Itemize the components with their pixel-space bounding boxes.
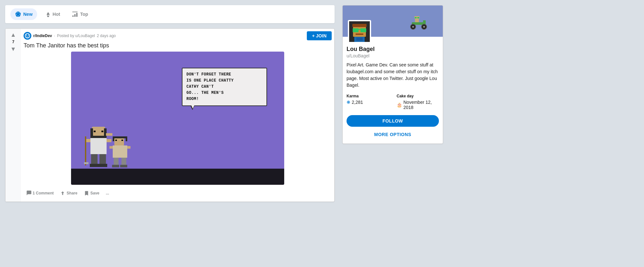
cakeday-value: 🎂 November 12, 2018 xyxy=(397,100,439,110)
sort-top-button[interactable]: Top xyxy=(67,8,93,20)
speech-bubble: DON'T FORGET THERE IS ONE PLACE CHATTY C… xyxy=(182,68,267,106)
svg-rect-51 xyxy=(352,24,367,27)
downvote-button[interactable]: ▼ xyxy=(10,45,17,53)
sort-bar: New Hot Top xyxy=(5,5,335,23)
page-layout: New Hot Top ▲ xyxy=(0,0,644,207)
svg-rect-23 xyxy=(85,136,86,165)
svg-rect-17 xyxy=(86,139,90,142)
profile-bio: Pixel Art. Game Dev. Can see some stuff … xyxy=(347,62,439,89)
svg-rect-55 xyxy=(356,34,363,35)
post-meta: r/IndieDev · Posted by u/LouBagel 2 days… xyxy=(24,31,332,40)
top-icon xyxy=(72,11,78,17)
svg-rect-32 xyxy=(113,145,127,158)
profile-banner xyxy=(343,5,443,37)
svg-rect-21 xyxy=(90,164,99,167)
follow-button[interactable]: FOLLOW xyxy=(347,115,439,127)
svg-rect-30 xyxy=(115,140,117,141)
share-icon xyxy=(60,191,65,196)
karma-stat: Karma ❋ 2,281 xyxy=(347,94,389,110)
post-time: 2 days ago xyxy=(97,34,116,38)
svg-rect-52 xyxy=(353,28,358,32)
vote-column: ▲ 7 ▼ xyxy=(5,29,21,202)
vote-count: 7 xyxy=(12,40,15,44)
sort-new-button[interactable]: New xyxy=(10,8,37,20)
svg-rect-14 xyxy=(94,131,96,132)
save-button[interactable]: Save xyxy=(81,189,102,198)
post-separator: · xyxy=(54,34,55,38)
new-icon xyxy=(15,11,21,17)
svg-rect-19 xyxy=(91,154,98,165)
svg-rect-37 xyxy=(112,165,119,167)
post-card: ▲ 7 ▼ xyxy=(5,28,335,202)
post-image: DON'T FORGET THERE IS ONE PLACE CHATTY C… xyxy=(71,52,284,185)
profile-card: Lou Bagel u/LouBagel Pixel Art. Game Dev… xyxy=(342,5,443,144)
svg-rect-33 xyxy=(109,146,113,149)
character-small xyxy=(109,136,130,169)
svg-rect-53 xyxy=(360,28,366,32)
svg-rect-34 xyxy=(127,146,130,149)
profile-username: u/LouBagel xyxy=(347,53,439,58)
svg-point-8 xyxy=(26,35,27,36)
svg-rect-31 xyxy=(121,140,123,141)
svg-rect-4 xyxy=(72,12,78,12)
sidebar: Lou Bagel u/LouBagel Pixel Art. Game Dev… xyxy=(342,5,443,202)
profile-avatar xyxy=(348,20,371,43)
subreddit-icon xyxy=(24,32,31,40)
more-button[interactable]: ... xyxy=(103,189,112,197)
karma-icon: ❋ xyxy=(347,100,350,105)
cakeday-label: Cake day xyxy=(397,94,439,98)
save-icon xyxy=(84,191,89,196)
svg-rect-29 xyxy=(113,136,127,138)
svg-rect-25 xyxy=(106,133,112,136)
svg-rect-2 xyxy=(74,14,76,17)
post-author: Posted by u/LouBagel xyxy=(57,34,95,38)
svg-rect-20 xyxy=(99,154,106,165)
hot-icon xyxy=(44,11,51,17)
speech-text: DON'T FORGET THERE IS ONE PLACE CHATTY C… xyxy=(186,72,234,102)
post-image-container: DON'T FORGET THERE IS ONE PLACE CHATTY C… xyxy=(71,52,284,185)
character-janitor xyxy=(84,127,113,169)
svg-rect-54 xyxy=(358,29,360,30)
svg-rect-15 xyxy=(101,131,103,132)
svg-rect-22 xyxy=(98,164,107,167)
floor-strip xyxy=(71,169,284,185)
comment-icon xyxy=(26,191,31,196)
svg-point-48 xyxy=(423,26,425,28)
svg-rect-11 xyxy=(90,128,93,136)
karma-label: Karma xyxy=(347,94,389,98)
profile-body: Lou Bagel u/LouBagel Pixel Art. Game Dev… xyxy=(343,37,443,143)
post-actions: 1 Comment Share Save xyxy=(24,187,332,199)
post-meta-left: r/IndieDev · Posted by u/LouBagel 2 days… xyxy=(24,32,116,40)
comment-button[interactable]: 1 Comment xyxy=(24,189,56,198)
post-title: Tom The Janitor has the best tips xyxy=(24,42,332,49)
svg-rect-1 xyxy=(72,15,74,17)
profile-stats: Karma ❋ 2,281 Cake day 🎂 November 12, 20… xyxy=(347,94,439,110)
main-column: New Hot Top ▲ xyxy=(5,5,335,202)
subreddit-name[interactable]: r/IndieDev xyxy=(33,34,52,38)
cakeday-stat: Cake day 🎂 November 12, 2018 xyxy=(397,94,439,110)
svg-rect-42 xyxy=(417,17,419,18)
svg-rect-16 xyxy=(90,138,107,154)
svg-rect-41 xyxy=(415,17,417,18)
profile-name: Lou Bagel xyxy=(347,46,439,53)
share-button[interactable]: Share xyxy=(57,189,80,198)
profile-avatar-wrapper xyxy=(348,20,371,43)
svg-rect-3 xyxy=(76,13,78,17)
karma-value: ❋ 2,281 xyxy=(347,100,389,105)
svg-rect-57 xyxy=(356,37,363,41)
upvote-button[interactable]: ▲ xyxy=(10,31,17,38)
svg-rect-38 xyxy=(120,165,127,167)
svg-point-9 xyxy=(28,35,29,36)
post-content-area: r/IndieDev · Posted by u/LouBagel 2 days… xyxy=(21,29,334,202)
svg-rect-24 xyxy=(84,162,88,164)
join-button[interactable]: + JOIN xyxy=(307,31,332,40)
more-options-button[interactable]: MORE OPTIONS xyxy=(347,129,439,140)
cake-icon: 🎂 xyxy=(397,102,402,107)
svg-point-47 xyxy=(412,26,414,28)
sort-hot-button[interactable]: Hot xyxy=(40,8,65,20)
